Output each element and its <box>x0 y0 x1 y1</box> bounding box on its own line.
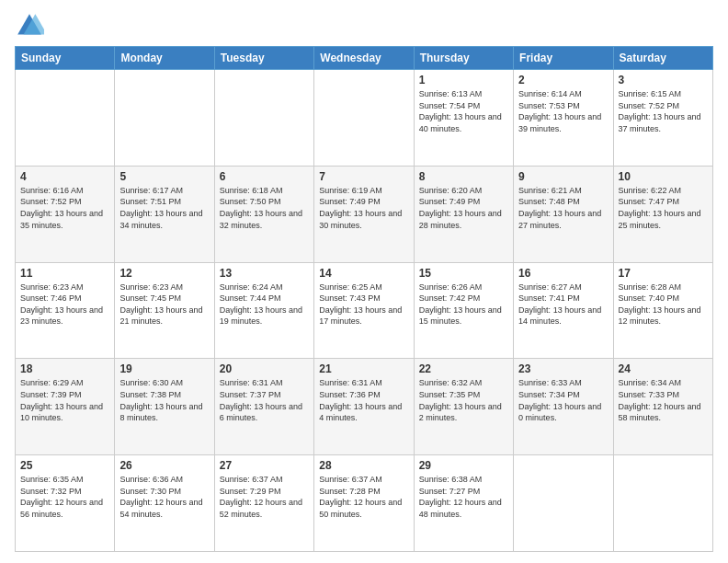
calendar-day-header: Wednesday <box>314 47 414 70</box>
day-number: 24 <box>619 362 708 375</box>
day-number: 9 <box>518 170 608 183</box>
day-number: 8 <box>419 170 508 183</box>
calendar-cell: 20Sunrise: 6:31 AM Sunset: 7:37 PM Dayli… <box>214 359 313 455</box>
day-number: 19 <box>119 362 209 375</box>
day-number: 7 <box>319 170 408 183</box>
day-info: Sunrise: 6:19 AM Sunset: 7:49 PM Dayligh… <box>319 185 408 231</box>
calendar-cell: 10Sunrise: 6:22 AM Sunset: 7:47 PM Dayli… <box>613 166 712 262</box>
calendar-cell <box>514 455 613 552</box>
calendar-cell: 3Sunrise: 6:15 AM Sunset: 7:52 PM Daylig… <box>613 70 712 167</box>
calendar-cell <box>314 70 414 167</box>
calendar-header-row: SundayMondayTuesdayWednesdayThursdayFrid… <box>16 47 713 70</box>
day-info: Sunrise: 6:31 AM Sunset: 7:37 PM Dayligh… <box>220 377 309 423</box>
day-info: Sunrise: 6:29 AM Sunset: 7:39 PM Dayligh… <box>20 377 109 423</box>
day-number: 2 <box>518 74 608 86</box>
day-number: 18 <box>20 362 109 375</box>
day-info: Sunrise: 6:36 AM Sunset: 7:30 PM Dayligh… <box>119 474 209 520</box>
day-number: 16 <box>518 267 608 280</box>
day-info: Sunrise: 6:25 AM Sunset: 7:43 PM Dayligh… <box>319 282 408 327</box>
day-info: Sunrise: 6:22 AM Sunset: 7:47 PM Dayligh… <box>619 185 708 231</box>
day-info: Sunrise: 6:38 AM Sunset: 7:27 PM Dayligh… <box>419 474 508 520</box>
calendar-cell: 8Sunrise: 6:20 AM Sunset: 7:49 PM Daylig… <box>414 166 513 262</box>
day-number: 11 <box>20 267 109 280</box>
calendar-cell: 27Sunrise: 6:37 AM Sunset: 7:29 PM Dayli… <box>214 455 313 552</box>
day-info: Sunrise: 6:37 AM Sunset: 7:28 PM Dayligh… <box>319 474 408 520</box>
day-number: 28 <box>319 459 408 472</box>
day-info: Sunrise: 6:28 AM Sunset: 7:40 PM Dayligh… <box>619 282 708 327</box>
day-number: 12 <box>119 267 209 280</box>
logo <box>15 11 48 40</box>
calendar-cell: 7Sunrise: 6:19 AM Sunset: 7:49 PM Daylig… <box>314 166 414 262</box>
day-info: Sunrise: 6:35 AM Sunset: 7:32 PM Dayligh… <box>20 474 109 520</box>
day-info: Sunrise: 6:32 AM Sunset: 7:35 PM Dayligh… <box>419 377 508 423</box>
day-number: 17 <box>619 267 708 280</box>
day-info: Sunrise: 6:31 AM Sunset: 7:36 PM Dayligh… <box>319 377 408 423</box>
calendar-table: SundayMondayTuesdayWednesdayThursdayFrid… <box>15 46 713 552</box>
calendar-week-row: 1Sunrise: 6:13 AM Sunset: 7:54 PM Daylig… <box>16 70 713 167</box>
calendar-cell: 19Sunrise: 6:30 AM Sunset: 7:38 PM Dayli… <box>115 359 214 455</box>
day-number: 20 <box>220 362 309 375</box>
day-number: 4 <box>20 170 109 183</box>
day-info: Sunrise: 6:20 AM Sunset: 7:49 PM Dayligh… <box>419 185 508 231</box>
day-info: Sunrise: 6:14 AM Sunset: 7:53 PM Dayligh… <box>518 88 608 134</box>
day-info: Sunrise: 6:23 AM Sunset: 7:46 PM Dayligh… <box>20 282 109 327</box>
day-info: Sunrise: 6:27 AM Sunset: 7:41 PM Dayligh… <box>518 282 608 327</box>
calendar-cell <box>613 455 712 552</box>
day-number: 14 <box>319 267 408 280</box>
calendar-week-row: 4Sunrise: 6:16 AM Sunset: 7:52 PM Daylig… <box>16 166 713 262</box>
calendar-cell: 5Sunrise: 6:17 AM Sunset: 7:51 PM Daylig… <box>115 166 214 262</box>
calendar-cell: 25Sunrise: 6:35 AM Sunset: 7:32 PM Dayli… <box>16 455 115 552</box>
calendar-cell <box>214 70 313 167</box>
day-number: 25 <box>20 459 109 472</box>
day-number: 3 <box>619 74 708 86</box>
calendar-cell: 12Sunrise: 6:23 AM Sunset: 7:45 PM Dayli… <box>115 262 214 359</box>
calendar-week-row: 25Sunrise: 6:35 AM Sunset: 7:32 PM Dayli… <box>16 455 713 552</box>
calendar-cell: 22Sunrise: 6:32 AM Sunset: 7:35 PM Dayli… <box>414 359 513 455</box>
calendar-cell: 26Sunrise: 6:36 AM Sunset: 7:30 PM Dayli… <box>115 455 214 552</box>
day-info: Sunrise: 6:16 AM Sunset: 7:52 PM Dayligh… <box>20 185 109 231</box>
day-info: Sunrise: 6:21 AM Sunset: 7:48 PM Dayligh… <box>518 185 608 231</box>
day-info: Sunrise: 6:30 AM Sunset: 7:38 PM Dayligh… <box>119 377 209 423</box>
calendar-cell: 14Sunrise: 6:25 AM Sunset: 7:43 PM Dayli… <box>314 262 414 359</box>
day-info: Sunrise: 6:18 AM Sunset: 7:50 PM Dayligh… <box>220 185 309 231</box>
logo-icon <box>15 11 44 40</box>
calendar-week-row: 11Sunrise: 6:23 AM Sunset: 7:46 PM Dayli… <box>16 262 713 359</box>
day-number: 15 <box>419 267 508 280</box>
calendar-day-header: Friday <box>514 47 613 70</box>
day-number: 23 <box>518 362 608 375</box>
calendar-cell: 21Sunrise: 6:31 AM Sunset: 7:36 PM Dayli… <box>314 359 414 455</box>
day-number: 13 <box>220 267 309 280</box>
calendar-cell: 18Sunrise: 6:29 AM Sunset: 7:39 PM Dayli… <box>16 359 115 455</box>
day-info: Sunrise: 6:24 AM Sunset: 7:44 PM Dayligh… <box>220 282 309 327</box>
day-info: Sunrise: 6:34 AM Sunset: 7:33 PM Dayligh… <box>619 377 708 423</box>
calendar-cell <box>115 70 214 167</box>
day-number: 27 <box>220 459 309 472</box>
calendar-cell: 28Sunrise: 6:37 AM Sunset: 7:28 PM Dayli… <box>314 455 414 552</box>
day-info: Sunrise: 6:13 AM Sunset: 7:54 PM Dayligh… <box>419 88 508 134</box>
day-info: Sunrise: 6:26 AM Sunset: 7:42 PM Dayligh… <box>419 282 508 327</box>
day-number: 5 <box>119 170 209 183</box>
calendar-week-row: 18Sunrise: 6:29 AM Sunset: 7:39 PM Dayli… <box>16 359 713 455</box>
day-info: Sunrise: 6:23 AM Sunset: 7:45 PM Dayligh… <box>119 282 209 327</box>
day-number: 29 <box>419 459 508 472</box>
day-info: Sunrise: 6:33 AM Sunset: 7:34 PM Dayligh… <box>518 377 608 423</box>
day-number: 22 <box>419 362 508 375</box>
day-number: 10 <box>619 170 708 183</box>
calendar-cell: 17Sunrise: 6:28 AM Sunset: 7:40 PM Dayli… <box>613 262 712 359</box>
calendar-cell: 9Sunrise: 6:21 AM Sunset: 7:48 PM Daylig… <box>514 166 613 262</box>
calendar-cell: 15Sunrise: 6:26 AM Sunset: 7:42 PM Dayli… <box>414 262 513 359</box>
calendar-day-header: Sunday <box>16 47 115 70</box>
calendar-cell <box>16 70 115 167</box>
calendar-day-header: Tuesday <box>214 47 313 70</box>
calendar-day-header: Monday <box>115 47 214 70</box>
page-header <box>15 11 713 40</box>
calendar-cell: 1Sunrise: 6:13 AM Sunset: 7:54 PM Daylig… <box>414 70 513 167</box>
day-info: Sunrise: 6:37 AM Sunset: 7:29 PM Dayligh… <box>220 474 309 520</box>
calendar-cell: 24Sunrise: 6:34 AM Sunset: 7:33 PM Dayli… <box>613 359 712 455</box>
calendar-cell: 6Sunrise: 6:18 AM Sunset: 7:50 PM Daylig… <box>214 166 313 262</box>
calendar-cell: 2Sunrise: 6:14 AM Sunset: 7:53 PM Daylig… <box>514 70 613 167</box>
calendar-day-header: Saturday <box>613 47 712 70</box>
calendar-cell: 23Sunrise: 6:33 AM Sunset: 7:34 PM Dayli… <box>514 359 613 455</box>
calendar-day-header: Thursday <box>414 47 513 70</box>
calendar-cell: 4Sunrise: 6:16 AM Sunset: 7:52 PM Daylig… <box>16 166 115 262</box>
